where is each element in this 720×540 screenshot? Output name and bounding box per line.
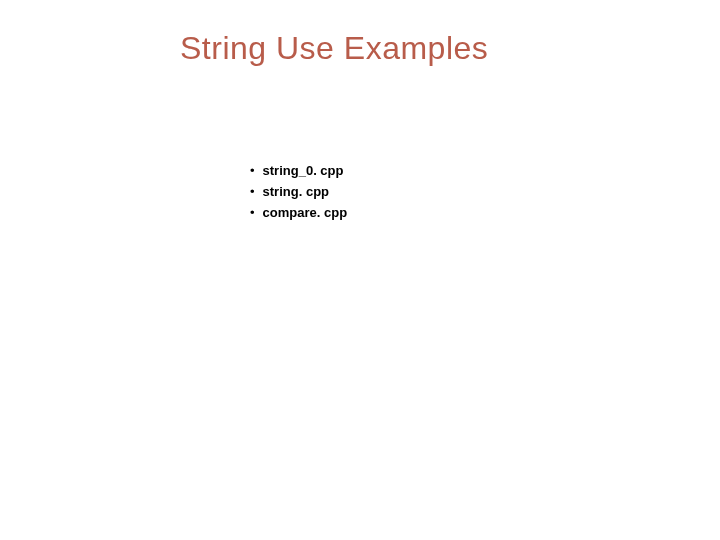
slide-title: String Use Examples (180, 30, 720, 67)
item-text: string_0. cpp (263, 162, 344, 180)
bullet-icon: • (250, 204, 255, 222)
list-item: • string. cpp (250, 183, 720, 201)
content-area: • string_0. cpp • string. cpp • compare.… (250, 162, 720, 223)
item-text: compare. cpp (263, 204, 348, 222)
bullet-icon: • (250, 183, 255, 201)
slide: String Use Examples • string_0. cpp • st… (0, 0, 720, 540)
list-item: • compare. cpp (250, 204, 720, 222)
bullet-icon: • (250, 162, 255, 180)
item-text: string. cpp (263, 183, 329, 201)
list-item: • string_0. cpp (250, 162, 720, 180)
